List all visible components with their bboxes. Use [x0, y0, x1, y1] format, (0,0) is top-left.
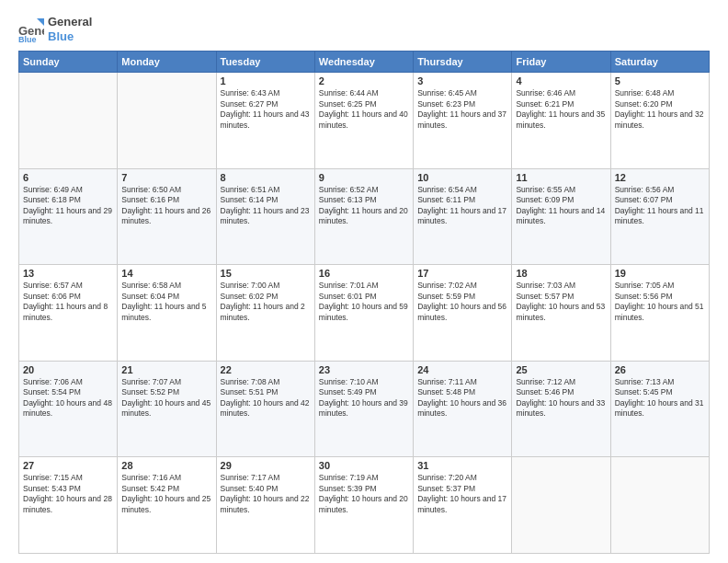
calendar-week-5: 27Sunrise: 7:15 AM Sunset: 5:43 PM Dayli…: [19, 457, 710, 554]
day-number: 3: [417, 75, 507, 86]
day-info: Sunrise: 7:10 AM Sunset: 5:49 PM Dayligh…: [319, 377, 409, 419]
header: General Blue General Blue: [18, 15, 710, 43]
day-number: 25: [516, 364, 606, 375]
svg-text:Blue: Blue: [18, 35, 37, 42]
day-info: Sunrise: 7:06 AM Sunset: 5:54 PM Dayligh…: [23, 377, 113, 419]
day-info: Sunrise: 6:51 AM Sunset: 6:14 PM Dayligh…: [221, 185, 311, 227]
calendar-header-row: SundayMondayTuesdayWednesdayThursdayFrid…: [19, 52, 710, 73]
day-info: Sunrise: 7:15 AM Sunset: 5:43 PM Dayligh…: [23, 473, 113, 515]
day-number: 21: [121, 364, 211, 375]
calendar-cell: 12Sunrise: 6:56 AM Sunset: 6:07 PM Dayli…: [610, 168, 709, 265]
day-info: Sunrise: 7:05 AM Sunset: 5:56 PM Dayligh…: [615, 281, 705, 323]
calendar-cell: 25Sunrise: 7:12 AM Sunset: 5:46 PM Dayli…: [512, 361, 610, 457]
calendar-cell: [118, 73, 216, 169]
weekday-header-saturday: Saturday: [610, 52, 709, 73]
calendar-cell: 17Sunrise: 7:02 AM Sunset: 5:59 PM Dayli…: [414, 265, 512, 362]
calendar-cell: 23Sunrise: 7:10 AM Sunset: 5:49 PM Dayli…: [314, 361, 413, 457]
day-number: 14: [121, 268, 211, 279]
logo-icon: General Blue: [18, 17, 44, 42]
day-info: Sunrise: 7:08 AM Sunset: 5:51 PM Dayligh…: [221, 377, 311, 419]
day-info: Sunrise: 7:13 AM Sunset: 5:45 PM Dayligh…: [615, 377, 705, 419]
logo-blue: Blue: [48, 29, 92, 44]
calendar-cell: 16Sunrise: 7:01 AM Sunset: 6:01 PM Dayli…: [314, 265, 413, 362]
calendar-cell: 26Sunrise: 7:13 AM Sunset: 5:45 PM Dayli…: [610, 361, 709, 457]
day-number: 20: [23, 364, 113, 375]
day-info: Sunrise: 6:57 AM Sunset: 6:06 PM Dayligh…: [23, 281, 113, 323]
calendar-cell: 13Sunrise: 6:57 AM Sunset: 6:06 PM Dayli…: [19, 265, 118, 362]
day-info: Sunrise: 6:56 AM Sunset: 6:07 PM Dayligh…: [615, 185, 705, 227]
day-info: Sunrise: 6:55 AM Sunset: 6:09 PM Dayligh…: [516, 185, 606, 227]
calendar-cell: 7Sunrise: 6:50 AM Sunset: 6:16 PM Daylig…: [118, 168, 216, 265]
day-number: 7: [121, 172, 211, 183]
day-number: 2: [319, 75, 409, 86]
calendar-cell: 9Sunrise: 6:52 AM Sunset: 6:13 PM Daylig…: [314, 168, 413, 265]
calendar-cell: [19, 73, 118, 169]
calendar-cell: 4Sunrise: 6:46 AM Sunset: 6:21 PM Daylig…: [512, 73, 610, 169]
calendar-cell: 31Sunrise: 7:20 AM Sunset: 5:37 PM Dayli…: [414, 457, 512, 554]
calendar-cell: 14Sunrise: 6:58 AM Sunset: 6:04 PM Dayli…: [118, 265, 216, 362]
calendar-cell: 19Sunrise: 7:05 AM Sunset: 5:56 PM Dayli…: [610, 265, 709, 362]
weekday-header-wednesday: Wednesday: [314, 52, 413, 73]
day-info: Sunrise: 6:48 AM Sunset: 6:20 PM Dayligh…: [615, 88, 705, 131]
day-number: 11: [516, 172, 606, 183]
calendar-cell: 3Sunrise: 6:45 AM Sunset: 6:23 PM Daylig…: [414, 73, 512, 169]
day-info: Sunrise: 7:20 AM Sunset: 5:37 PM Dayligh…: [417, 473, 507, 515]
day-number: 13: [23, 268, 113, 279]
calendar-cell: 10Sunrise: 6:54 AM Sunset: 6:11 PM Dayli…: [414, 168, 512, 265]
day-number: 1: [221, 75, 311, 86]
day-number: 5: [615, 75, 705, 86]
logo-general: General: [48, 15, 92, 29]
calendar-cell: 24Sunrise: 7:11 AM Sunset: 5:48 PM Dayli…: [414, 361, 512, 457]
calendar-cell: 1Sunrise: 6:43 AM Sunset: 6:27 PM Daylig…: [216, 73, 314, 169]
logo: General Blue General Blue: [18, 15, 92, 43]
day-info: Sunrise: 7:00 AM Sunset: 6:02 PM Dayligh…: [221, 281, 311, 323]
day-info: Sunrise: 6:43 AM Sunset: 6:27 PM Dayligh…: [221, 88, 311, 131]
day-number: 16: [319, 268, 409, 279]
day-number: 17: [417, 268, 507, 279]
day-info: Sunrise: 7:12 AM Sunset: 5:46 PM Dayligh…: [516, 377, 606, 419]
day-number: 30: [319, 460, 409, 471]
day-number: 19: [615, 268, 705, 279]
calendar-cell: 28Sunrise: 7:16 AM Sunset: 5:42 PM Dayli…: [118, 457, 216, 554]
day-number: 28: [121, 460, 211, 471]
day-number: 22: [221, 364, 311, 375]
day-number: 15: [221, 268, 311, 279]
day-number: 9: [319, 172, 409, 183]
day-info: Sunrise: 6:52 AM Sunset: 6:13 PM Dayligh…: [319, 185, 409, 227]
weekday-header-friday: Friday: [512, 52, 610, 73]
day-info: Sunrise: 7:07 AM Sunset: 5:52 PM Dayligh…: [121, 377, 211, 419]
calendar-cell: 30Sunrise: 7:19 AM Sunset: 5:39 PM Dayli…: [314, 457, 413, 554]
day-info: Sunrise: 7:16 AM Sunset: 5:42 PM Dayligh…: [121, 473, 211, 515]
calendar-table: SundayMondayTuesdayWednesdayThursdayFrid…: [18, 51, 710, 554]
calendar-cell: 8Sunrise: 6:51 AM Sunset: 6:14 PM Daylig…: [216, 168, 314, 265]
calendar-cell: 29Sunrise: 7:17 AM Sunset: 5:40 PM Dayli…: [216, 457, 314, 554]
day-number: 23: [319, 364, 409, 375]
calendar-cell: 5Sunrise: 6:48 AM Sunset: 6:20 PM Daylig…: [610, 73, 709, 169]
day-info: Sunrise: 7:02 AM Sunset: 5:59 PM Dayligh…: [417, 281, 507, 323]
day-info: Sunrise: 6:49 AM Sunset: 6:18 PM Dayligh…: [23, 185, 113, 227]
day-info: Sunrise: 7:19 AM Sunset: 5:39 PM Dayligh…: [319, 473, 409, 515]
calendar-cell: [610, 457, 709, 554]
calendar-cell: 11Sunrise: 6:55 AM Sunset: 6:09 PM Dayli…: [512, 168, 610, 265]
day-info: Sunrise: 7:03 AM Sunset: 5:57 PM Dayligh…: [516, 281, 606, 323]
calendar-week-1: 1Sunrise: 6:43 AM Sunset: 6:27 PM Daylig…: [19, 73, 710, 169]
day-number: 31: [417, 460, 507, 471]
calendar-cell: 22Sunrise: 7:08 AM Sunset: 5:51 PM Dayli…: [216, 361, 314, 457]
day-number: 12: [615, 172, 705, 183]
day-info: Sunrise: 6:45 AM Sunset: 6:23 PM Dayligh…: [417, 88, 507, 131]
day-info: Sunrise: 6:58 AM Sunset: 6:04 PM Dayligh…: [121, 281, 211, 323]
day-number: 27: [23, 460, 113, 471]
day-number: 26: [615, 364, 705, 375]
calendar-cell: 18Sunrise: 7:03 AM Sunset: 5:57 PM Dayli…: [512, 265, 610, 362]
calendar-week-3: 13Sunrise: 6:57 AM Sunset: 6:06 PM Dayli…: [19, 265, 710, 362]
day-info: Sunrise: 6:44 AM Sunset: 6:25 PM Dayligh…: [319, 88, 409, 131]
calendar-cell: [512, 457, 610, 554]
calendar-cell: 6Sunrise: 6:49 AM Sunset: 6:18 PM Daylig…: [19, 168, 118, 265]
weekday-header-sunday: Sunday: [19, 52, 118, 73]
weekday-header-tuesday: Tuesday: [216, 52, 314, 73]
day-number: 10: [417, 172, 507, 183]
day-info: Sunrise: 7:01 AM Sunset: 6:01 PM Dayligh…: [319, 281, 409, 323]
calendar-cell: 27Sunrise: 7:15 AM Sunset: 5:43 PM Dayli…: [19, 457, 118, 554]
weekday-header-thursday: Thursday: [414, 52, 512, 73]
day-number: 24: [417, 364, 507, 375]
